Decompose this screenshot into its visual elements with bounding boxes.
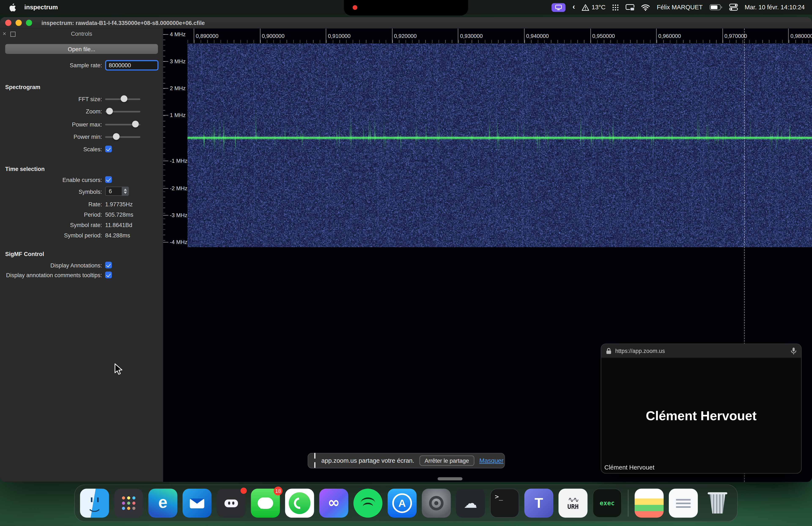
wifi-icon[interactable]: [641, 4, 650, 11]
window-title-bar[interactable]: inspectrum: rawdata-B1-I-f4.335000e+08-s…: [0, 17, 812, 29]
symbols-spinbox[interactable]: 6: [105, 187, 129, 196]
dock-icon-docs[interactable]: [669, 488, 698, 517]
weather-status[interactable]: 13°C: [582, 4, 605, 11]
mouse-cursor: [114, 363, 123, 376]
dock-icon-copilot[interactable]: [319, 488, 348, 517]
spin-up-icon[interactable]: [124, 188, 127, 191]
menu-extras-chevron-icon[interactable]: ‹: [572, 3, 575, 10]
battery-icon[interactable]: [709, 4, 722, 10]
time-tick-label: 0,920000: [394, 32, 417, 39]
fft-size-slider[interactable]: [105, 96, 141, 103]
microphone-icon[interactable]: [791, 347, 797, 355]
dock-icon-settings[interactable]: [422, 488, 451, 517]
time-tick-label: 0,960000: [658, 32, 681, 39]
sample-rate-input[interactable]: 8000000: [105, 60, 158, 70]
freq-tick-label: 4 MHz: [170, 30, 186, 38]
menu-clock[interactable]: Mar. 10 févr. 14:10:24: [744, 4, 804, 11]
zoom-row: Zoom:: [0, 106, 163, 116]
zoom-label: Zoom:: [0, 106, 102, 116]
rate-label: Rate:: [0, 200, 102, 209]
dock-icon-discord[interactable]: [217, 488, 246, 517]
annotation-tooltips-checkbox[interactable]: [105, 271, 112, 278]
display-annotations-checkbox[interactable]: [105, 262, 112, 269]
symbol-period-value: 84.288ms: [105, 231, 130, 240]
zoom-video-area: Clément Hervouet Clément Hervouet: [601, 358, 801, 473]
notification-badge: [241, 487, 247, 494]
fft-size-row: FFT size:: [0, 94, 163, 104]
horizontal-scrollbar[interactable]: [437, 477, 462, 481]
dock-icon-cloud[interactable]: [456, 488, 485, 517]
zoom-window-header[interactable]: https://app.zoom.us: [601, 344, 801, 358]
scales-checkbox[interactable]: [105, 145, 112, 152]
dock-icon-exec[interactable]: exec: [593, 488, 622, 517]
slider-knob[interactable]: [113, 133, 120, 140]
time-tick-label: 0,970000: [724, 32, 747, 39]
spectrogram-canvas[interactable]: [188, 44, 812, 247]
dock-icon-messages[interactable]: 18: [251, 488, 280, 517]
dock-icon-whatsapp[interactable]: [285, 488, 314, 517]
dock-icon-spotify[interactable]: [353, 488, 382, 517]
freq-tick-label: 1 MHz: [170, 112, 186, 119]
dock-icon-app-store[interactable]: [388, 488, 417, 517]
fullscreen-button[interactable]: [26, 20, 32, 26]
slider-knob[interactable]: [132, 121, 139, 128]
participant-name: Clément Hervouet: [646, 408, 757, 423]
hide-share-button[interactable]: Masquer: [479, 457, 504, 464]
enable-cursors-checkbox[interactable]: [105, 176, 112, 183]
close-button[interactable]: [5, 20, 11, 26]
dock-icon-launchpad[interactable]: [114, 488, 143, 517]
minimize-button[interactable]: [15, 20, 21, 26]
share-message: app.zoom.us partage votre écran.: [321, 457, 414, 464]
section-title-spectrogram: Spectrogram: [5, 83, 40, 90]
dock-icon-text: exec: [600, 500, 615, 507]
dock-icon-urh[interactable]: URH: [559, 488, 588, 517]
dock-icon-teams[interactable]: [524, 488, 553, 517]
sample-rate-row: Sample rate: 8000000: [0, 61, 163, 70]
slider-knob[interactable]: [121, 96, 128, 102]
symbol-rate-value: 11.8641Bd: [105, 220, 132, 230]
dock-icon-terminal[interactable]: [490, 488, 519, 517]
symbols-value: 6: [109, 187, 112, 195]
spin-down-icon[interactable]: [124, 192, 127, 194]
stop-share-button[interactable]: Arrêter le partage: [420, 456, 474, 466]
period-value: 505.728ms: [105, 210, 133, 219]
screen-mirroring-icon[interactable]: [626, 4, 635, 11]
frequency-scale: 4 MHz3 MHz2 MHz1 MHz-1 MHz-2 MHz-3 MHz-4…: [163, 29, 187, 482]
period-label: Period:: [0, 210, 102, 219]
power-max-slider[interactable]: [105, 121, 141, 128]
slider-knob[interactable]: [106, 108, 113, 114]
power-max-label: Power max:: [0, 120, 102, 129]
menu-app-name[interactable]: inspectrum: [24, 4, 58, 11]
controls-panel: × Controls Open file... Sample rate: 800…: [0, 29, 164, 482]
lock-icon: [606, 347, 611, 354]
symbol-rate-row: Symbol rate: 11.8641Bd: [0, 220, 163, 230]
zoom-url[interactable]: https://app.zoom.us: [615, 347, 665, 354]
time-ruler[interactable]: 0,8900000,9000000,9100000,9200000,930000…: [188, 29, 812, 44]
desktop: inspectrum ‹ 13°C Félix MARQUET: [0, 0, 812, 526]
freq-tick-label: 3 MHz: [170, 58, 186, 65]
dock-icon-outlook[interactable]: [183, 488, 212, 517]
temperature-label: 13°C: [592, 4, 606, 11]
freq-tick-label: -4 MHz: [170, 239, 187, 246]
zoom-video-window[interactable]: https://app.zoom.us Clément Hervouet Clé…: [601, 344, 802, 474]
time-tick-label: 0,940000: [526, 32, 549, 39]
screen-recording-indicator-icon[interactable]: [552, 3, 566, 12]
dock-icon-notes[interactable]: [635, 488, 664, 517]
dock-icon-edge[interactable]: [148, 488, 177, 517]
time-tick-label: 0,900000: [262, 32, 285, 39]
power-min-slider[interactable]: [105, 133, 141, 140]
section-title-time-selection: Time selection: [5, 165, 45, 172]
user-name[interactable]: Félix MARQUET: [657, 4, 703, 11]
spinbox-arrows[interactable]: [122, 187, 129, 195]
dock-icon-trash[interactable]: [703, 488, 732, 517]
zoom-slider[interactable]: [105, 108, 141, 115]
dock-icon-finder[interactable]: [80, 488, 109, 517]
apple-menu-icon[interactable]: [9, 3, 16, 11]
enable-cursors-label: Enable cursors:: [0, 175, 102, 185]
grid-icon[interactable]: [612, 4, 619, 11]
freq-tick-label: -2 MHz: [170, 185, 187, 192]
symbol-period-row: Symbol period: 84.288ms: [0, 231, 163, 240]
control-center-icon[interactable]: [729, 4, 738, 11]
zoom-share-notification: app.zoom.us partage votre écran. Arrêter…: [308, 453, 505, 468]
open-file-button[interactable]: Open file...: [5, 44, 158, 54]
